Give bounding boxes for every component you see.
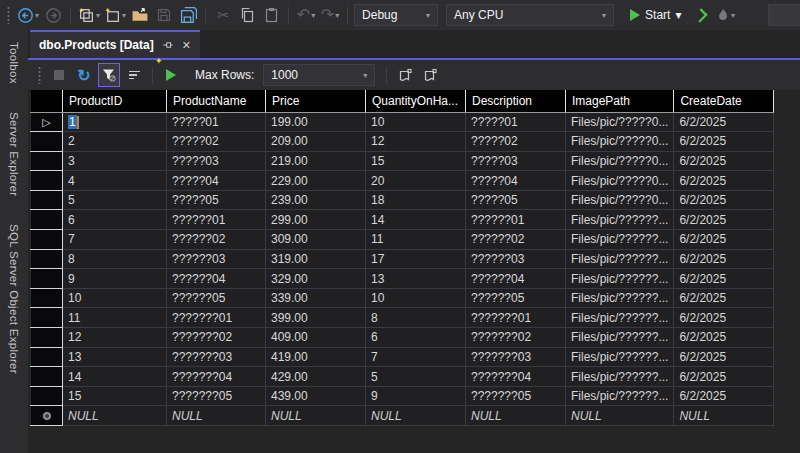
grid-cell[interactable]: Files/pic/??????...: [566, 269, 674, 289]
row-selector[interactable]: [31, 328, 63, 348]
grid-cell[interactable]: 6: [63, 210, 167, 230]
grid-cell[interactable]: ???????03: [466, 347, 566, 367]
row-selector[interactable]: [31, 132, 63, 152]
grid-cell[interactable]: 429.00: [266, 367, 366, 387]
redo-button[interactable]: ↷ ▾: [319, 3, 341, 27]
new-project-button[interactable]: ▾: [77, 3, 101, 27]
save-all-button[interactable]: [177, 3, 199, 27]
grid-cell[interactable]: ??????05: [466, 288, 566, 308]
grid-cell[interactable]: Files/pic/?????0...: [566, 112, 674, 132]
grid-cell[interactable]: Files/pic/??????...: [566, 347, 674, 367]
navigate-forward-button[interactable]: [42, 3, 64, 27]
grid-cell[interactable]: ???????05: [167, 386, 266, 406]
grid-cell[interactable]: ?????02: [167, 132, 266, 152]
row-selector[interactable]: [31, 406, 63, 426]
grid-cell[interactable]: 209.00: [266, 132, 366, 152]
grid-cell[interactable]: 14: [366, 210, 466, 230]
grid-cell[interactable]: 9: [366, 386, 466, 406]
new-file-button[interactable]: ▾: [103, 3, 127, 27]
grid-cell[interactable]: 299.00: [266, 210, 366, 230]
grid-cell[interactable]: 2: [63, 132, 167, 152]
row-selector[interactable]: [31, 269, 63, 289]
grid-cell[interactable]: ???????04: [167, 367, 266, 387]
column-header[interactable]: Description: [466, 90, 566, 112]
grid-cell[interactable]: 12: [63, 328, 167, 348]
grid-cell[interactable]: Files/pic/??????...: [566, 288, 674, 308]
grid-cell[interactable]: 6/2/2025: [674, 190, 774, 210]
grid-cell[interactable]: 20: [366, 171, 466, 191]
grid-cell[interactable]: 6/2/2025: [674, 386, 774, 406]
close-tab-icon[interactable]: ✕: [182, 39, 191, 52]
tab-dbo-products-data[interactable]: dbo.Products [Data] ✕: [30, 30, 200, 58]
grid-cell[interactable]: ??????05: [167, 288, 266, 308]
open-file-button[interactable]: [129, 3, 151, 27]
toolbar-grip[interactable]: [37, 66, 42, 84]
grid-cell[interactable]: 5: [63, 190, 167, 210]
max-rows-combo[interactable]: 1000 ▾: [263, 64, 375, 86]
filter-button[interactable]: [98, 63, 120, 87]
grid-cell[interactable]: ?????03: [466, 151, 566, 171]
grid-cell[interactable]: ?????03: [167, 151, 266, 171]
script-button[interactable]: [394, 63, 416, 87]
grid-cell[interactable]: Files/pic/?????0...: [566, 151, 674, 171]
grid-cell[interactable]: 399.00: [266, 308, 366, 328]
toolbar-grip[interactable]: [6, 6, 11, 24]
grid-cell[interactable]: ???????02: [466, 328, 566, 348]
grid-cell[interactable]: Files/pic/?????0...: [566, 190, 674, 210]
grid-cell[interactable]: 5: [366, 367, 466, 387]
navigate-backward-button[interactable]: ▾: [16, 3, 40, 27]
grid-cell[interactable]: ??????03: [466, 249, 566, 269]
start-without-debugging-button[interactable]: [689, 3, 712, 27]
grid-cell[interactable]: 1: [63, 112, 167, 132]
column-header[interactable]: Price: [266, 90, 366, 112]
grid-cell[interactable]: NULL: [167, 406, 266, 426]
script-to-file-button[interactable]: [419, 63, 441, 87]
row-selector[interactable]: [31, 367, 63, 387]
row-selector[interactable]: [31, 386, 63, 406]
grid-cell[interactable]: ?????04: [466, 171, 566, 191]
grid-cell[interactable]: Files/pic/??????...: [566, 308, 674, 328]
save-button[interactable]: [153, 3, 175, 27]
row-selector[interactable]: [31, 151, 63, 171]
grid-cell[interactable]: 339.00: [266, 288, 366, 308]
row-selector[interactable]: [31, 308, 63, 328]
grid-cell[interactable]: ???????01: [466, 308, 566, 328]
row-selector[interactable]: [31, 347, 63, 367]
undo-button[interactable]: ↶ ▾: [295, 3, 317, 27]
grid-cell[interactable]: 6/2/2025: [674, 151, 774, 171]
grid-cell[interactable]: 6/2/2025: [674, 328, 774, 348]
row-selector[interactable]: [31, 288, 63, 308]
sort-filter-button[interactable]: [123, 63, 145, 87]
grid-cell[interactable]: 8: [63, 249, 167, 269]
grid-cell[interactable]: 17: [366, 249, 466, 269]
grid-cell[interactable]: 439.00: [266, 386, 366, 406]
grid-cell[interactable]: 6/2/2025: [674, 308, 774, 328]
grid-cell[interactable]: 6/2/2025: [674, 112, 774, 132]
grid-cell[interactable]: ?????05: [167, 190, 266, 210]
grid-cell[interactable]: Files/pic/?????0...: [566, 171, 674, 191]
grid-cell[interactable]: 11: [63, 308, 167, 328]
row-selector[interactable]: [31, 249, 63, 269]
grid-cell[interactable]: 11: [366, 230, 466, 250]
grid-cell[interactable]: ?????01: [466, 112, 566, 132]
grid-cell[interactable]: ???????01: [167, 308, 266, 328]
grid-cell[interactable]: ??????02: [167, 230, 266, 250]
grid-cell[interactable]: Files/pic/??????...: [566, 210, 674, 230]
grid-cell[interactable]: 10: [366, 288, 466, 308]
grid-cell[interactable]: 9: [63, 269, 167, 289]
grid-cell[interactable]: NULL: [566, 406, 674, 426]
grid-cell[interactable]: ??????04: [466, 269, 566, 289]
sidebar-tab-sql-server-object-explorer[interactable]: SQL Server Object Explorer: [8, 224, 20, 374]
grid-cell[interactable]: 12: [366, 132, 466, 152]
grid-cell[interactable]: 229.00: [266, 171, 366, 191]
grid-cell[interactable]: 18: [366, 190, 466, 210]
pin-icon[interactable]: [162, 39, 174, 51]
column-header[interactable]: ImagePath: [566, 90, 674, 112]
grid-cell[interactable]: 319.00: [266, 249, 366, 269]
grid-cell[interactable]: ??????03: [167, 249, 266, 269]
grid-cell[interactable]: NULL: [63, 406, 167, 426]
grid-cell[interactable]: 419.00: [266, 347, 366, 367]
grid-cell[interactable]: Files/pic/??????...: [566, 328, 674, 348]
grid-cell[interactable]: Files/pic/?????0...: [566, 132, 674, 152]
row-selector[interactable]: ▷: [31, 112, 63, 132]
